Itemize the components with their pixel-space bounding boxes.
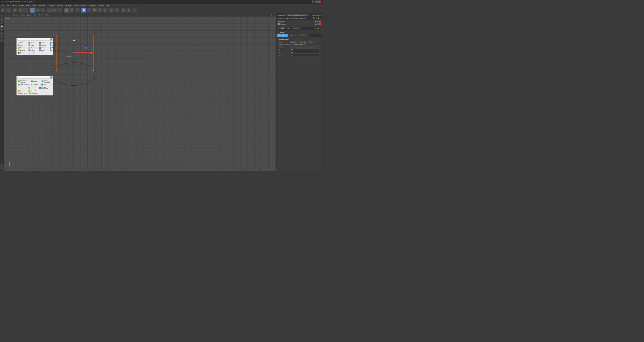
sidebar-btn-2[interactable]: ◎ — [0, 17, 4, 21]
sidebar-btn-1[interactable]: ⬡ — [0, 14, 4, 17]
y-progress-bar[interactable]: 0 % — [290, 51, 320, 54]
pyramid-item[interactable]: Pyramid — [17, 49, 27, 52]
landscape-item[interactable]: Landscape — [49, 49, 59, 52]
attr-tab-mode[interactable]: Mode — [279, 27, 286, 29]
retain-changes-checkbox[interactable] — [290, 44, 292, 45]
cube-display-btn[interactable]: ▣ — [315, 21, 316, 23]
object-attr-field[interactable] — [290, 46, 317, 48]
light-button[interactable]: 💡 — [92, 8, 97, 13]
attr-lock-icon[interactable]: 🔒 — [317, 27, 319, 29]
symmetry-item[interactable]: Symmetry — [28, 92, 38, 95]
sidebar-btn-8[interactable]: ✦ — [0, 39, 4, 42]
menu-mesh[interactable]: Mesh — [25, 4, 31, 6]
rp-file[interactable]: File — [279, 17, 282, 19]
cube-item[interactable]: Cube — [28, 42, 38, 44]
menu-mograph[interactable]: MoGraph — [38, 4, 47, 6]
minimize-button[interactable]: ─ — [312, 1, 314, 3]
atom-array-item[interactable]: Atom Array — [17, 92, 28, 95]
z-axis-button[interactable]: Z — [57, 8, 63, 13]
capsule-render-btn[interactable]: ◈ — [317, 23, 319, 25]
node-space-dropdown[interactable]: Current (Standard/Physical) — [287, 14, 308, 16]
sidebar-btn-7[interactable]: ⊕ — [0, 35, 4, 38]
rp-more-icon[interactable]: ⋯ — [320, 17, 321, 19]
close-button[interactable]: ✕ — [318, 1, 321, 3]
render-region-button[interactable]: ▣ — [64, 8, 69, 13]
rp-tags[interactable]: Tags — [295, 17, 298, 19]
keyframe-button[interactable]: ⌛ — [69, 8, 74, 13]
menu-edit[interactable]: Edit — [6, 4, 11, 6]
generator-button[interactable]: ⚙ — [103, 8, 108, 13]
viewport-icon-1[interactable]: ⊕ — [271, 14, 272, 16]
generators-close-button[interactable]: ✕ — [50, 76, 52, 78]
python-gen-item[interactable]: Python Generator — [41, 80, 52, 83]
move-plus-icon[interactable]: + — [278, 31, 279, 33]
capsule-tag-btn[interactable]: ⬡ — [319, 23, 321, 25]
primitives-close-button[interactable]: ✕ — [50, 38, 52, 41]
sidebar-btn-6[interactable]: ✦ — [0, 32, 4, 35]
attr-tab-edit[interactable]: Edit — [286, 27, 291, 29]
tube-item[interactable]: Tube — [49, 47, 59, 49]
menu-spline[interactable]: Spline — [31, 4, 38, 6]
oiltank-item[interactable]: Oil Tank — [38, 47, 49, 49]
cube-object-item[interactable]: Cube ▣ ◈ ⬡ — [277, 20, 322, 23]
attr-tab-userdata[interactable]: User Data — [292, 27, 301, 29]
grid-button[interactable]: ⊞ — [121, 8, 126, 13]
attr-hamburger[interactable]: ≡ — [278, 28, 279, 29]
cube-object-button[interactable]: ⬜ — [81, 8, 86, 13]
object-axis-tab[interactable]: Object Axis — [288, 34, 298, 37]
maximize-button[interactable]: □ — [315, 1, 318, 3]
menu-extensions[interactable]: Extensions — [88, 4, 97, 6]
generators-search-input[interactable] — [17, 76, 50, 78]
connect-item[interactable]: Connect — [30, 84, 40, 86]
vp-menu-view[interactable]: View — [8, 14, 11, 16]
menu-modes[interactable]: Modes — [18, 4, 25, 6]
live-select-button[interactable]: ⬡ — [12, 8, 17, 13]
rp-view[interactable]: View — [286, 17, 289, 19]
timeline-btn[interactable]: ⏱ — [75, 8, 80, 13]
axis-selected-dropdown[interactable]: Selected — [290, 41, 299, 43]
rp-lock-icon[interactable]: 🔒 — [317, 17, 319, 19]
z-progress-bar[interactable]: 0 % — [290, 54, 320, 56]
camera-button[interactable]: 📷 — [87, 8, 92, 13]
rp-bookmarks[interactable]: Bookmarks — [299, 17, 306, 19]
x-progress-bar[interactable]: 0 % — [290, 49, 320, 51]
cone-item[interactable]: Cone — [38, 42, 49, 44]
vp-menu-prorender[interactable]: ProRender — [45, 14, 52, 16]
polygon-item[interactable]: Polygon — [38, 44, 49, 47]
light-btn2[interactable]: ✦ — [132, 8, 137, 13]
rotate-button[interactable]: ↻ — [35, 8, 40, 13]
rp-search-icon[interactable]: 🔍 — [313, 17, 315, 19]
primitives-search-input[interactable] — [17, 38, 50, 41]
attr-arrow-btn[interactable]: ← — [313, 27, 315, 29]
metaball-item[interactable]: Metaball — [28, 90, 38, 92]
rp-edit[interactable]: Edit — [283, 17, 285, 19]
menu-simulate[interactable]: Simulate — [64, 4, 72, 6]
move-button[interactable]: ✛ — [30, 8, 35, 13]
platonic-item[interactable]: Platonic — [28, 49, 38, 52]
vp-menu-filter[interactable]: Filter — [34, 14, 37, 16]
capsule-item[interactable]: Capsule — [28, 47, 38, 49]
deformer-button[interactable]: ⬡ — [97, 8, 102, 13]
menu-render[interactable]: Render — [80, 4, 88, 6]
selection-box-button[interactable]: ⬛ — [23, 8, 28, 13]
viewport-canvas[interactable]: Front — [4, 16, 276, 171]
sidebar-btn-3[interactable]: △ — [0, 21, 4, 24]
poly-reduction-item[interactable]: Polygon Reduction — [38, 86, 53, 90]
hamburger-icon[interactable]: ≡ — [5, 14, 6, 16]
x-axis-button[interactable]: X — [47, 8, 52, 13]
along-normals-checkbox[interactable] — [304, 44, 306, 45]
scale-button[interactable]: ⤢ — [40, 8, 45, 13]
instance-item[interactable]: Instance — [28, 86, 38, 90]
null-item[interactable]: Null — [17, 42, 27, 44]
capsule-display-btn[interactable]: ▣ — [315, 23, 316, 25]
sphere-item[interactable]: Sphere — [49, 44, 59, 47]
rp-object[interactable]: Object — [290, 17, 294, 19]
modeling-axis-tab[interactable]: Modeling Axis — [277, 34, 288, 37]
plane-item[interactable]: Plane — [28, 44, 38, 47]
menu-animate[interactable]: Animate — [56, 4, 64, 6]
menu-window[interactable]: Window — [97, 4, 105, 6]
vp-menu-options[interactable]: Options — [27, 14, 32, 16]
lod-item[interactable]: LOD — [41, 84, 51, 86]
render-button[interactable]: ▶ — [109, 8, 114, 13]
disc-item[interactable]: Disc — [17, 44, 27, 47]
